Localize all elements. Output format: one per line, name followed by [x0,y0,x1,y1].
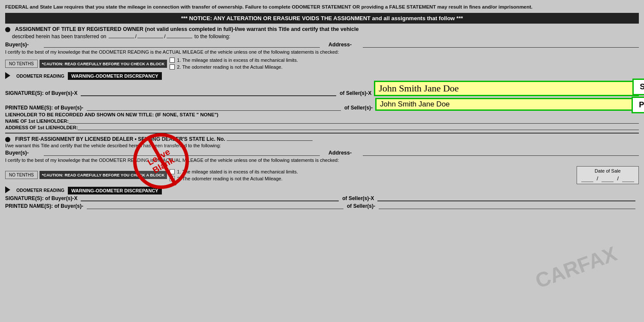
transferred-line: described herein has been transferred on… [12,33,639,39]
reassign-subtitle: I/we warrant this Title and certify that… [5,143,639,148]
odo-reading-label-2: ODOMETER READING [16,188,64,193]
seller-sig-highlight: John Smith Jane Doe Sign Your Name & Co-… [374,81,639,96]
notice-banner: *** NOTICE: ANY ALTERATION OR ERASURE VO… [5,13,639,24]
lien-section: LIENHOLDER TO BE RECORDED AND SHOWN ON N… [5,112,639,130]
caution-box-2: *CAUTION: READ CAREFULLY BEFORE YOU CHEC… [39,171,167,179]
print-tooltip: Print Your Name & Co-Seller's Name [632,97,644,113]
carfax-watermark: CARFAX [532,242,620,293]
bullet-dot-2 [5,137,10,142]
odometer-section: NO TENTHS *CAUTION: READ CAREFULLY BEFOR… [5,58,639,70]
lien1-row: NAME OF 1st LIENHOLDER: [5,118,639,124]
date-of-sale-line: / / [581,175,634,182]
section-divider [5,133,639,134]
checkbox-row-4: 2. The odometer reading is not the Actua… [170,176,574,181]
printed-buyer-label-2: PRINTED NAME(S): of Buyer(s)- [5,203,83,209]
odometer-section-2: NO TENTHS *CAUTION: READ CAREFULLY BEFOR… [5,166,639,184]
checkboxes-col: 1. The mileage stated is in excess of it… [170,58,639,70]
checkbox-2[interactable] [170,64,175,70]
sig-buyer-label-1: SIGNATURE(S): of Buyer(s)-X [5,90,77,96]
seller-printed-highlight: John Smith Jane Doe Print Your Name & Co… [375,98,639,111]
odometer-right-section-2: 1. The mileage stated is in excess of it… [170,166,639,184]
play-arrow-2 [5,186,10,193]
lien-header-row: LIENHOLDER TO BE RECORDED AND SHOWN ON N… [5,112,639,117]
seller-sig-label-2: of Seller(s)-X [342,195,374,201]
sig-buyer-label-2: SIGNATURE(S): of Buyer(s)-X [5,195,77,201]
seller-printed-label-1: of Seller(s)- [344,105,373,111]
address-label: Address- [328,42,363,48]
lien1-label: NAME OF 1st LIENHOLDER: [5,118,69,124]
buyer-label-2: Buyer(s)- [5,150,44,156]
sign-tooltip: Sign Your Name & Co-Seller's Name [632,79,644,95]
no-tenths-box: NO TENTHS [5,60,38,68]
bullet-dot [5,27,10,32]
warning-bar-2: WARNING-ODOMETER DISCREPANCY [68,187,162,194]
main-page: FEDERAL and State Law requires that you … [0,0,644,322]
buyer-address-row: Buyer(s)- Address- [5,42,639,48]
lien2-row: ADDRESS OF 1st LIENHOLDER: [5,125,639,130]
signature-row-1: SIGNATURE(S): of Buyer(s)-X of Seller(s)… [5,81,639,96]
printed-row-2: PRINTED NAME(S): of Buyer(s)- of Seller(… [5,203,639,209]
odometer-right-section: 1. The mileage stated is in excess of it… [170,58,639,70]
seller-printed-label-2: of Seller(s)- [347,203,375,209]
buyer-address-row-2: Buyer(s)- Address- [5,150,639,156]
checkbox-4[interactable] [170,176,175,181]
seller-sig-label-1: of Seller(s)-X [340,90,371,96]
seller-sig-value: John Smith Jane Doe [379,83,459,94]
checkbox-row-3: 1. The mileage stated is in excess of it… [170,169,574,174]
assignment-title: ASSIGNMENT OF TITLE BY REGISTERED OWNER … [5,26,639,32]
caution-box: *CAUTION: READ CAREFULLY BEFORE YOU CHEC… [39,60,167,68]
odo-reading-label-1: ODOMETER READING [16,73,64,79]
reassign-title: FIRST RE-ASSIGNMENT BY LICENSED DEALER •… [5,136,639,142]
printed-row-1: PRINTED NAME(S): of Buyer(s)- of Seller(… [5,98,639,111]
play-arrow-1 [5,72,10,79]
date-of-sale-box: Date of Sale / / [577,166,639,184]
checkbox-1[interactable] [170,58,175,63]
seller-printed-value: John Smith Jane Doe [380,100,450,109]
checkboxes-col-2: 1. The mileage stated is in excess of it… [170,166,574,184]
address-label-2: Address- [328,150,363,156]
checkbox-row-1: 1. The mileage stated is in excess of it… [170,58,639,63]
checkbox-row-2: 2. The odometer reading is not the Actua… [170,64,639,70]
lien-header: LIENHOLDER TO BE RECORDED AND SHOWN ON N… [5,112,219,117]
date-of-sale-label: Date of Sale [581,168,634,173]
lien2-label: ADDRESS OF 1st LIENHOLDER: [5,125,78,130]
federal-notice: FEDERAL and State Law requires that you … [5,3,639,10]
certify-text: I certify to the best of my knowledge th… [5,49,639,55]
section2-reassignment: FIRST RE-ASSIGNMENT BY LICENSED DEALER •… [5,136,639,209]
checkbox-3[interactable] [170,169,175,174]
no-tenths-box-2: NO TENTHS [5,171,38,179]
certify-text-2: I certify to the best of my knowledge th… [5,157,639,164]
signature-row-2: SIGNATURE(S): of Buyer(s)-X of Seller(s)… [5,195,639,201]
printed-buyer-label-1: PRINTED NAME(S): of Buyer(s)- [5,105,83,111]
buyer-label: Buyer(s)- [5,42,44,48]
warning-bar-1: WARNING-ODOMETER DISCREPANCY [68,72,162,80]
section1-assignment: ASSIGNMENT OF TITLE BY REGISTERED OWNER … [5,26,639,130]
